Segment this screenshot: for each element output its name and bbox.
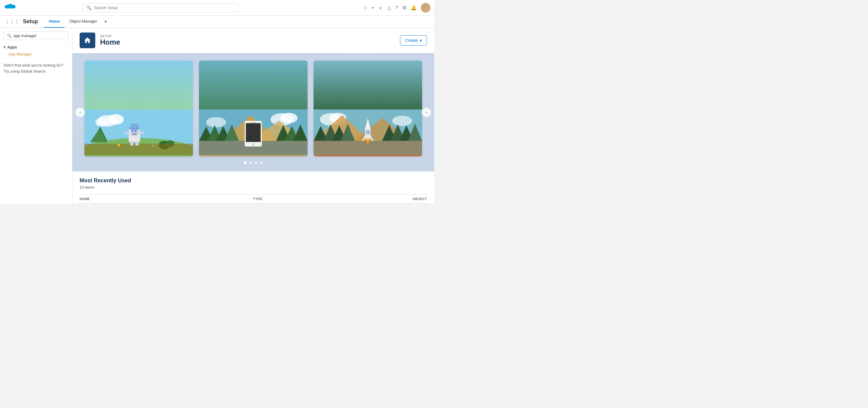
avatar[interactable] xyxy=(421,3,431,13)
card-image-einstein xyxy=(85,61,193,156)
svg-rect-40 xyxy=(246,123,260,142)
svg-point-14 xyxy=(133,131,134,132)
star-icon[interactable]: ☆ xyxy=(363,5,368,10)
mru-col-type: TYPE xyxy=(253,197,340,201)
top-navigation: 🔍 ☆ ▾ ＋ △ ? ⚙ 🔔 xyxy=(0,0,434,16)
app-title: Setup xyxy=(23,19,38,25)
sidebar-not-found-text: Didn't find what you're looking for? Try… xyxy=(4,62,68,74)
plus-icon[interactable]: ＋ xyxy=(378,4,383,11)
sidebar-item-app-manager[interactable]: App Manager xyxy=(4,51,68,58)
chevron-down-icon: ▾ xyxy=(4,45,5,49)
content-area: SETUP Home Create ▾ ‹ xyxy=(72,28,434,204)
svg-point-15 xyxy=(136,131,137,132)
page-header-left: SETUP Home xyxy=(80,33,120,48)
svg-rect-18 xyxy=(130,124,138,128)
page-header-text: SETUP Home xyxy=(100,34,120,46)
mru-col-object: OBJECT xyxy=(340,197,427,201)
card-image-mobile xyxy=(199,61,308,156)
grid-icon[interactable]: ⋮⋮⋮ xyxy=(5,19,19,24)
svg-point-46 xyxy=(392,116,412,126)
dropdown-icon[interactable]: ▾ xyxy=(372,6,374,10)
top-nav-right: ☆ ▾ ＋ △ ? ⚙ 🔔 xyxy=(363,3,431,13)
create-button[interactable]: Create ▾ xyxy=(400,35,427,45)
search-icon: 🔍 xyxy=(87,5,92,10)
help-icon[interactable]: ? xyxy=(395,5,398,10)
page-title: Home xyxy=(100,38,120,46)
svg-point-61 xyxy=(366,131,369,133)
tab-object-manager[interactable]: Object Manager xyxy=(64,16,102,28)
carousel-section: ‹ xyxy=(72,53,434,171)
search-bar: 🔍 xyxy=(83,3,239,12)
main-layout: 🔍 ▾ Apps App Manager Didn't find what yo… xyxy=(0,28,434,204)
carousel-dots xyxy=(85,161,422,164)
page-header: SETUP Home Create ▾ xyxy=(72,28,434,53)
mru-count: 10 items xyxy=(80,185,427,190)
sidebar-section-apps: ▾ Apps App Manager xyxy=(4,44,68,58)
sidebar-search-input[interactable] xyxy=(13,33,65,38)
svg-point-28 xyxy=(206,117,226,127)
card-image-setup xyxy=(314,61,422,156)
svg-rect-42 xyxy=(250,122,257,123)
svg-point-2 xyxy=(108,114,124,124)
svg-rect-9 xyxy=(85,144,193,155)
svg-rect-22 xyxy=(135,141,139,146)
salesforce-logo[interactable] xyxy=(4,3,21,12)
create-dropdown-icon: ▾ xyxy=(420,38,422,43)
sidebar-search-icon: 🔍 xyxy=(7,33,12,38)
trailhead-icon[interactable]: △ xyxy=(388,5,391,10)
mru-title: Most Recently Used xyxy=(80,178,427,184)
gear-icon[interactable]: ⚙ xyxy=(402,5,406,10)
tab-bar: ⋮⋮⋮ Setup Home Object Manager ▾ xyxy=(0,16,434,28)
svg-point-23 xyxy=(118,144,120,147)
carousel-dot-3[interactable] xyxy=(254,161,257,164)
svg-point-24 xyxy=(152,145,154,147)
carousel-dot-2[interactable] xyxy=(249,161,252,164)
svg-rect-21 xyxy=(130,141,133,146)
svg-rect-16 xyxy=(132,134,136,135)
svg-rect-19 xyxy=(125,132,130,134)
sidebar-section-header-apps[interactable]: ▾ Apps xyxy=(4,44,68,51)
search-input[interactable] xyxy=(94,5,236,10)
mru-table-header: NAME TYPE OBJECT xyxy=(80,194,427,203)
svg-rect-20 xyxy=(139,132,145,134)
mru-section: Most Recently Used 10 items NAME TYPE OB… xyxy=(72,171,434,203)
setup-label: SETUP xyxy=(100,34,120,38)
carousel-container: Get Started with Einstein Bots Launch an… xyxy=(85,61,422,156)
sidebar-search-bar: 🔍 xyxy=(4,31,68,40)
carousel-card-mobile: Mobile Publisher Use the Mobile Publishe… xyxy=(199,61,308,156)
sidebar: 🔍 ▾ Apps App Manager Didn't find what yo… xyxy=(0,28,72,204)
bell-icon[interactable]: 🔔 xyxy=(411,5,417,10)
tab-home[interactable]: Home xyxy=(44,16,64,28)
carousel-dot-4[interactable] xyxy=(260,161,263,164)
carousel-dot-1[interactable] xyxy=(244,161,247,164)
tab-more-dropdown[interactable]: ▾ xyxy=(102,19,109,24)
carousel-card-einstein: Get Started with Einstein Bots Launch an… xyxy=(85,61,193,156)
home-icon xyxy=(80,33,95,48)
mru-col-name: NAME xyxy=(80,197,253,201)
carousel-card-setup: Go to Setup Assistant Let us guide you t… xyxy=(314,61,422,156)
svg-point-3 xyxy=(95,118,108,127)
carousel-next-button[interactable]: › xyxy=(422,107,431,117)
carousel-prev-button[interactable]: ‹ xyxy=(75,107,85,117)
svg-point-41 xyxy=(252,143,254,146)
svg-point-27 xyxy=(280,113,298,123)
